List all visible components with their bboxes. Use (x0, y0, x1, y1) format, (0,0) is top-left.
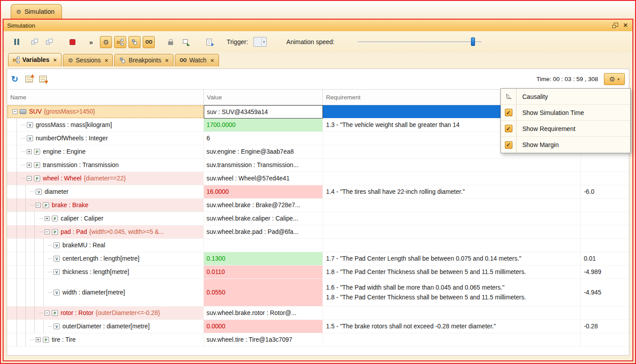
collapse-icon[interactable]: − (36, 203, 41, 208)
tab-watch[interactable]: OOWatch× (175, 54, 219, 66)
step-into-button[interactable] (29, 36, 41, 48)
margin-cell[interactable] (581, 212, 629, 225)
name-cell[interactable]: −SUV{grossMass>1450} (7, 105, 204, 119)
margin-cell[interactable] (581, 159, 629, 172)
requirement-cell[interactable] (323, 199, 581, 212)
close-icon[interactable]: × (211, 57, 214, 64)
table-row[interactable]: Vdiameter16.00001.4 - "The tires shall h… (7, 185, 629, 199)
name-cell[interactable]: +Ptransmission : Transmission (7, 159, 204, 172)
breakpoints-toggle-button[interactable] (128, 36, 140, 48)
margin-cell[interactable]: -6.0 (581, 185, 629, 199)
name-cell[interactable]: +Pengine : Engine (7, 145, 204, 159)
value-cell[interactable] (204, 239, 323, 252)
close-icon[interactable]: × (165, 57, 169, 64)
value-cell[interactable]: suv : SUV@43459a14 (204, 105, 323, 119)
table-row[interactable]: Vwidth : diameter[metre]0.05501.6 - "The… (7, 279, 629, 307)
table-row[interactable]: −Pbrake : Brakesuv.wheel.brake : Brake@7… (7, 199, 629, 212)
checkbox-icon[interactable]: ✓ (505, 109, 512, 116)
margin-cell[interactable] (581, 239, 629, 252)
margin-cell[interactable] (581, 307, 629, 320)
table-row[interactable]: −Pwheel : Wheel{diameter==22}suv.wheel :… (7, 172, 629, 185)
requirement-cell[interactable] (323, 212, 581, 225)
variables-toggle-button[interactable] (114, 36, 126, 48)
name-cell[interactable]: +Ptire : Tire (7, 333, 204, 347)
menu-item-show-requirement[interactable]: ✓Show Requirement (501, 121, 630, 137)
name-cell[interactable]: Vwidth : diameter[metre] (7, 279, 204, 307)
margin-cell[interactable]: 0.01 (581, 252, 629, 266)
margin-cell[interactable] (581, 225, 629, 239)
column-header-name[interactable]: Name (7, 90, 204, 105)
tab-breakpoints[interactable]: Breakpoints× (114, 54, 173, 66)
pause-button[interactable] (11, 36, 23, 48)
collapse-icon[interactable]: − (12, 109, 17, 114)
value-cell[interactable]: suv.transmission : Transmission... (204, 159, 323, 172)
menu-item-show-margin[interactable]: ✓Show Margin (501, 137, 630, 153)
requirement-cell[interactable] (323, 239, 581, 252)
table-row[interactable]: Vthickness : length[metre]0.01101.8 - "T… (7, 266, 629, 279)
close-icon[interactable]: × (54, 57, 57, 63)
settings-dropdown-button[interactable]: ⚙ ▾ (604, 73, 625, 85)
value-cell[interactable]: 6 (204, 132, 323, 145)
name-cell[interactable]: VbrakeMU : Real (7, 239, 204, 252)
value-cell[interactable]: suv.wheel.brake : Brake@728e7... (204, 199, 323, 212)
trigger-select[interactable]: ▾ (253, 37, 267, 47)
margin-cell[interactable]: -0.28 (581, 320, 629, 333)
value-cell[interactable]: 0.1300 (204, 252, 323, 266)
value-cell[interactable]: 0.0550 (204, 279, 323, 307)
requirement-cell[interactable] (323, 333, 581, 347)
table-row[interactable]: −Protor : Rotor{outerDiameter<=-0.28}suv… (7, 307, 629, 320)
value-cell[interactable]: suv.wheel.brake.caliper : Calipe... (204, 212, 323, 225)
requirement-cell[interactable] (323, 307, 581, 320)
lock-button[interactable] (165, 36, 177, 48)
margin-cell[interactable]: -4.989 (581, 266, 629, 279)
value-cell[interactable]: suv.wheel : Wheel@57ed4e41 (204, 172, 323, 185)
name-cell[interactable]: VouterDiameter : diameter[metre] (7, 320, 204, 333)
step-over-button[interactable] (44, 36, 56, 48)
name-cell[interactable]: −Pwheel : Wheel{diameter==22} (7, 172, 204, 185)
collapse-icon[interactable]: − (45, 229, 50, 234)
value-cell[interactable]: 1700.0000 (204, 119, 323, 132)
settings-toggle-button[interactable]: ⚙ (100, 36, 112, 48)
table-row[interactable]: VouterDiameter : diameter[metre]0.00001.… (7, 320, 629, 333)
requirement-cell[interactable] (323, 225, 581, 239)
table-row[interactable]: VbrakeMU : Real (7, 239, 629, 252)
expand-icon[interactable]: + (27, 149, 32, 154)
toolbar-overflow-chevron[interactable]: » (89, 38, 93, 46)
float-window-icon[interactable] (612, 23, 618, 28)
name-cell[interactable]: −Pbrake : Brake (7, 199, 204, 212)
tab-variables[interactable]: Variables× (8, 53, 62, 66)
table-row[interactable]: +Ptire : Tiresuv.wheel.tire : Tire@1a3c7… (7, 333, 629, 347)
close-icon[interactable]: × (105, 57, 108, 64)
refresh-icon[interactable]: ↻ (11, 75, 18, 83)
document-tab-simulation[interactable]: ⚙ Simulation (11, 4, 62, 19)
export-window-button[interactable] (180, 36, 192, 48)
requirement-cell[interactable]: 1.5 - "The brake rotors shall not exceed… (323, 320, 581, 333)
checkbox-icon[interactable]: ✓ (505, 125, 512, 132)
margin-cell[interactable]: -4.945 (581, 279, 629, 307)
table-row[interactable]: +Pcaliper : Calipersuv.wheel.brake.calip… (7, 212, 629, 225)
slider-handle[interactable] (471, 37, 475, 46)
table-row[interactable]: −Ppad : Pad{width>0.045, width>=5 &...su… (7, 225, 629, 239)
menu-item-show-simulation-time[interactable]: ✓Show Simulation Time (501, 105, 630, 121)
value-cell[interactable]: suv.wheel.tire : Tire@1a3c7097 (204, 333, 323, 347)
name-cell[interactable]: Vthickness : length[metre] (7, 266, 204, 279)
close-icon[interactable]: × (624, 22, 628, 29)
console-button[interactable] (203, 36, 215, 48)
margin-cell[interactable] (581, 333, 629, 347)
import-values-icon[interactable] (39, 76, 47, 82)
value-cell[interactable]: suv.wheel.brake.rotor : Rotor@... (204, 307, 323, 320)
name-cell[interactable]: −Protor : Rotor{outerDiameter<=-0.28} (7, 307, 204, 320)
expand-icon[interactable]: + (45, 216, 50, 221)
checkbox-icon[interactable]: ✓ (505, 141, 512, 149)
requirement-cell[interactable]: 1.8 - "The Pad Center Thickness shall be… (323, 266, 581, 279)
requirement-cell[interactable]: 1.6 - "The Pad width shall be more than … (323, 279, 581, 307)
name-cell[interactable]: −Ppad : Pad{width>0.045, width>=5 &... (7, 225, 204, 239)
name-cell[interactable]: VgrossMass : mass[kilogram] (7, 119, 204, 132)
requirement-cell[interactable]: 1.7 - "The Pad Center Length shall be be… (323, 252, 581, 266)
value-cell[interactable]: suv.engine : Engine@3aab7ea8 (204, 145, 323, 159)
value-cell[interactable]: 16.0000 (204, 185, 323, 199)
expand-icon[interactable]: + (27, 163, 32, 168)
menu-item-causality[interactable]: xyCausality (501, 89, 630, 105)
margin-cell[interactable] (581, 199, 629, 212)
requirement-cell[interactable] (323, 159, 581, 172)
